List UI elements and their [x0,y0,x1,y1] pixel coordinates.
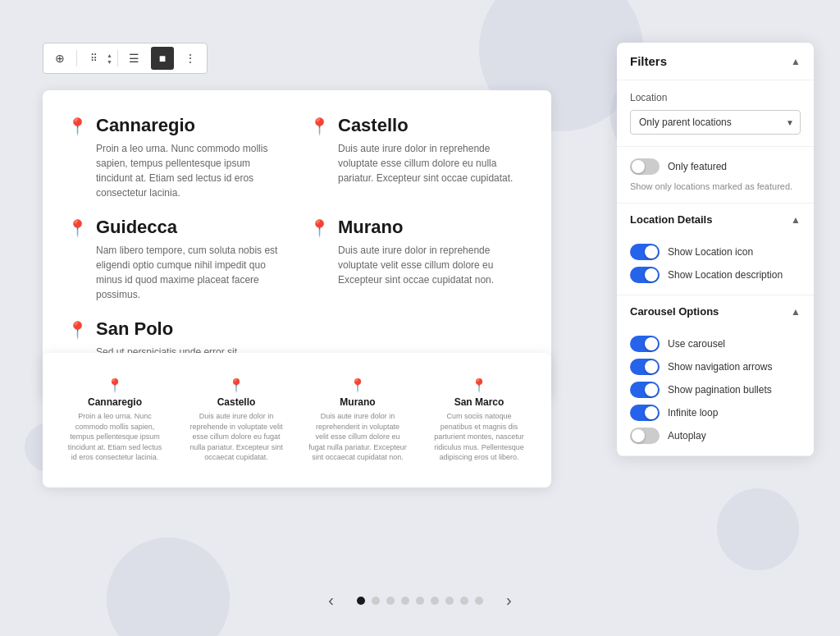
spin-control[interactable]: ▲ ▼ [107,53,112,65]
only-featured-row: Only featured [630,158,801,175]
show-nav-arrows-thumb [645,360,658,373]
location-name-murano: Murano [338,217,527,238]
carousel-item-desc: Duis aute irure dolor in reprehende in v… [187,411,285,463]
square-button[interactable]: ■ [151,47,174,70]
pin-icon-murano: 📍 [309,218,330,238]
pagination-dot-4[interactable] [401,597,409,605]
list-item: 📍 Castello Duis aute irure dolor in repr… [309,115,527,200]
use-carousel-thumb [645,337,658,350]
list-icon: ☰ [129,52,139,65]
pagination-dot-3[interactable] [386,597,395,605]
carousel-pin-icon: 📍 [66,377,164,393]
show-pagination-row: Show pagination bullets [630,382,801,398]
show-pagination-track[interactable] [630,382,660,398]
only-featured-toggle[interactable] [630,158,660,175]
list-item: 📍 Cannaregio Proin a leo urna. Nunc comm… [67,115,285,200]
carousel-preview: 📍 Cannaregio Proin a leo urna. Nunc comm… [43,353,551,487]
pagination-dot-1[interactable] [357,597,365,605]
only-featured-track[interactable] [630,158,660,175]
pagination: ‹ › [0,591,840,610]
filters-collapse-icon[interactable]: ▲ [791,56,801,67]
pin-icon-castello: 📍 [309,117,330,136]
pagination-dot-6[interactable] [431,597,439,605]
carousel-item-name: Castello [187,396,285,408]
grid-icon: ⠿ [90,53,98,64]
globe-icon: ⊕ [55,52,65,65]
carousel-pin-icon: 📍 [308,377,407,393]
show-nav-arrows-toggle[interactable] [630,359,660,375]
carousel-options-section: Use carousel Show navigation arrows Show… [617,324,814,456]
infinite-loop-track[interactable] [630,405,660,421]
location-desc-castello: Duis aute irure dolor in reprehende volu… [338,141,527,185]
show-location-icon-toggle[interactable] [630,244,660,260]
infinite-loop-label: Infinite loop [668,407,718,419]
carousel-item-desc: Duis aute irure dolor in reprehenderit i… [308,411,407,463]
pagination-dot-8[interactable] [460,597,468,605]
location-name-sanpolo: San Polo [96,318,285,340]
carousel-item-desc: Cum sociis natoque penatibus et magnis d… [430,411,528,463]
autoplay-track[interactable] [630,428,660,444]
show-pagination-label: Show pagination bullets [668,384,772,396]
show-pagination-thumb [645,383,658,396]
only-featured-section: Only featured Show only locations marked… [617,147,814,204]
use-carousel-row: Use carousel [630,336,801,352]
toolbar: ⊕ ⠿ ▲ ▼ ☰ ■ ⋮ [43,43,208,74]
location-name-guidecca: Guidecca [96,217,285,238]
pagination-dot-5[interactable] [416,597,424,605]
carousel-pin-icon: 📍 [430,377,528,393]
location-name-castello: Castello [338,115,527,136]
location-desc-guidecca: Nam libero tempore, cum soluta nobis est… [96,243,285,302]
location-select[interactable]: Only parent locations All locations Feat… [630,110,801,135]
more-icon: ⋮ [185,52,196,65]
pagination-dot-2[interactable] [372,597,380,605]
location-details-collapse-icon[interactable]: ▲ [791,214,801,226]
only-featured-label: Only featured [668,161,727,172]
show-nav-arrows-track[interactable] [630,359,660,375]
globe-button[interactable]: ⊕ [48,47,71,70]
pin-icon-cannaregio: 📍 [67,117,88,136]
more-button[interactable]: ⋮ [179,47,202,70]
carousel-item: 📍 San Marco Cum sociis natoque penatibus… [423,369,535,471]
show-nav-arrows-row: Show navigation arrows [630,359,801,375]
show-location-desc-toggle[interactable] [630,267,660,283]
list-item: 📍 Guidecca Nam libero tempore, cum solut… [67,217,285,302]
use-carousel-track[interactable] [630,336,660,352]
filters-panel: Filters ▲ Location Only parent locations… [617,43,814,456]
carousel-item-name: Murano [308,396,407,408]
infinite-loop-row: Infinite loop [630,405,801,421]
toolbar-divider-2 [117,50,118,66]
location-details-header: Location Details ▲ [617,204,814,232]
next-arrow[interactable]: › [490,591,528,610]
toolbar-divider-1 [76,50,77,66]
location-details-title: Location Details [630,213,712,226]
filters-header: Filters ▲ [617,43,814,80]
grid-button[interactable]: ⠿ [82,47,105,70]
show-pagination-toggle[interactable] [630,382,660,398]
pagination-dot-7[interactable] [445,597,454,605]
pagination-dot-9[interactable] [475,597,483,605]
carousel-item: 📍 Castello Duis aute irure dolor in repr… [180,369,292,471]
autoplay-toggle[interactable] [630,428,660,444]
use-carousel-toggle[interactable] [630,336,660,352]
carousel-options-collapse-icon[interactable]: ▲ [791,306,801,318]
autoplay-label: Autoplay [668,430,706,442]
infinite-loop-toggle[interactable] [630,405,660,421]
location-filter-section: Location Only parent locations All locat… [617,80,814,147]
carousel-grid: 📍 Cannaregio Proin a leo urna. Nunc comm… [59,369,535,471]
prev-arrow[interactable]: ‹ [312,591,350,610]
carousel-item: 📍 Murano Duis aute irure dolor in repreh… [302,369,413,471]
list-button[interactable]: ☰ [123,47,146,70]
location-name-cannaregio: Cannaregio [96,115,285,136]
autoplay-thumb [632,429,645,442]
show-location-icon-thumb [645,245,658,259]
show-location-desc-track[interactable] [630,267,660,283]
location-desc-cannaregio: Proin a leo urna. Nunc commodo mollis sa… [96,141,285,200]
carousel-options-title: Carousel Options [630,305,719,318]
show-location-desc-thumb [645,268,658,281]
location-filter-label: Location [630,92,801,103]
show-location-icon-track[interactable] [630,244,660,260]
carousel-item-name: San Marco [430,396,528,408]
location-desc-murano: Duis aute irure dolor in reprehende volu… [338,243,527,287]
carousel-pin-icon: 📍 [187,377,285,393]
show-location-icon-row: Show Location icon [630,244,801,260]
